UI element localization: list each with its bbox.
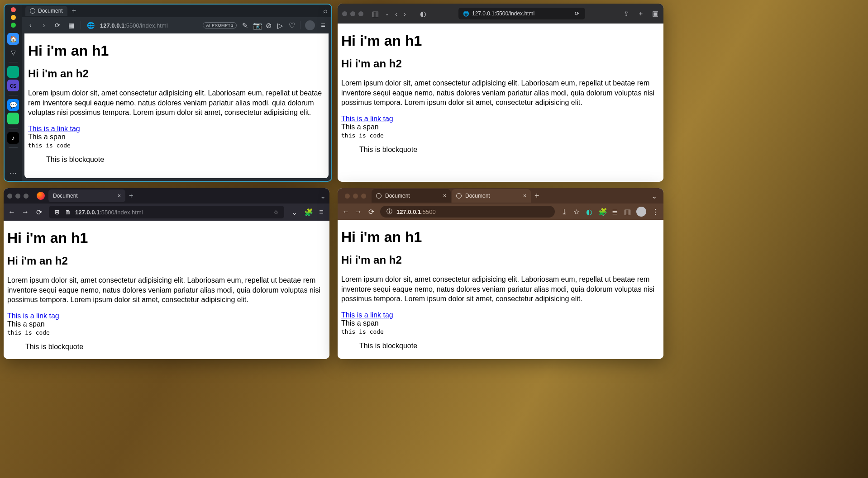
forward-button[interactable]: → [355,208,362,216]
ai-prompts-button[interactable]: AI PROMPTS [203,22,237,28]
maximize-window-icon[interactable] [24,194,29,199]
minimize-window-icon[interactable] [350,11,355,16]
profile-avatar[interactable] [305,20,315,30]
page-paragraph: Lorem ipsum dolor sit, amet consectetur … [341,78,660,108]
page-blockquote: This is blockquote [359,146,660,154]
extensions-icon[interactable]: 🧩 [304,208,311,217]
address-bar[interactable]: ⛨ 🗎 127.0.0.1:5500/index.html ☆ [49,206,284,218]
forward-button[interactable]: → [22,208,29,216]
more-icon[interactable]: ⋯ [10,169,17,177]
new-tab-button[interactable]: + [534,191,539,201]
side-panel-icon[interactable]: ▥ [624,208,631,216]
favorite-icon[interactable]: ♡ [288,21,296,30]
reader-icon[interactable]: ◐ [420,9,427,18]
maximize-window-icon[interactable] [11,23,16,28]
minimize-window-icon[interactable] [353,194,358,199]
share-icon[interactable]: ⇪ [623,9,630,18]
play-icon[interactable]: ▷ [277,21,284,30]
forward-button[interactable]: › [40,22,48,29]
screenshot-icon[interactable]: 📷 [253,21,260,30]
reload-button[interactable]: ⟳ [367,208,375,216]
reading-list-icon[interactable]: ≣ [611,208,618,216]
tab-title: Document [38,8,63,14]
close-window-icon[interactable] [7,194,12,199]
new-tab-button[interactable]: + [72,7,76,15]
pocket-icon[interactable]: ⌄ [291,208,298,217]
menu-icon[interactable]: ≡ [320,21,327,29]
chrome-browser-window: Document × Document × + ⌄ ← → ⟳ ⓘ 127.0.… [338,188,663,359]
minimize-window-icon[interactable] [11,15,16,20]
tab-title: Document [465,193,490,199]
chatgpt-app-icon[interactable] [7,66,19,78]
safari-toolbar: ▥ ⌄ ‹ › ◐ 🌐 127.0.0.1:5500/index.html ⟳ … [338,4,663,24]
back-button[interactable]: ‹ [26,22,34,29]
close-tab-icon[interactable]: × [118,193,121,199]
browser-tab[interactable]: Document [25,6,67,16]
close-window-icon[interactable] [345,194,350,199]
page-link[interactable]: This is a link tag [28,125,80,133]
page-h1: Hi i'm an h1 [28,43,325,59]
address-bar[interactable]: 🌐 127.0.0.1:5500/index.html ⟳ [458,8,585,19]
page-viewport: Hi i'm an h1 Hi i'm an h2 Lorem ipsum do… [338,220,663,359]
tab-favicon-icon [376,193,382,199]
install-icon[interactable]: ⤓ [560,208,568,216]
address-bar[interactable]: ⓘ 127.0.0.1:5500 [380,206,555,218]
divider [9,147,18,148]
home-space-icon[interactable]: 🏠 [7,33,19,45]
close-window-icon[interactable] [342,11,347,16]
search-icon[interactable]: ⌕ [323,7,328,15]
page-viewport: Hi i'm an h1 Hi i'm an h2 Lorem ipsum do… [338,24,663,182]
page-link[interactable]: This is a link tag [341,115,393,123]
site-info-icon[interactable]: 🌐 [86,22,95,29]
minimize-window-icon[interactable] [15,194,20,199]
address-bar[interactable]: 127.0.0.1:5500/index.html [100,22,197,29]
firefox-toolbar-right: ⌄ 🧩 ≡ [291,208,325,217]
browser-tab-active[interactable]: Document × [452,189,531,203]
page-paragraph: Lorem ipsum dolor sit, amet consectetur … [7,275,326,305]
pinned-icon[interactable]: ▽ [7,47,19,58]
tab-favicon-icon [456,193,462,199]
edit-icon[interactable]: ✎ [241,21,248,30]
page-h2: Hi i'm an h2 [7,255,326,267]
menu-icon[interactable]: ≡ [318,208,325,217]
split-view-icon[interactable]: ▦ [67,22,75,29]
close-tab-icon[interactable]: × [443,193,446,199]
profile-avatar[interactable] [636,207,646,217]
forward-button[interactable]: › [404,10,406,18]
tabs-dropdown-icon[interactable]: ⌄ [320,192,326,200]
bookmark-icon[interactable]: ☆ [573,208,580,216]
sidebar-toggle-icon[interactable]: ▥ [372,9,379,18]
app-icon[interactable]: cs [7,80,19,91]
tiktok-app-icon[interactable]: ♪ [7,132,19,144]
bookmark-icon[interactable]: ☆ [272,209,280,216]
window-traffic-lights [7,194,29,199]
page-h2: Hi i'm an h2 [28,67,325,80]
menu-icon[interactable]: ⋮ [652,208,659,216]
messenger-app-icon[interactable]: 💬 [7,99,19,111]
new-tab-button[interactable]: + [129,192,133,200]
whatsapp-app-icon[interactable] [7,113,19,124]
close-tab-icon[interactable]: × [523,193,526,199]
extension-icon[interactable]: ◐ [586,208,593,216]
close-window-icon[interactable] [11,7,16,12]
new-tab-button[interactable]: + [637,9,644,18]
block-icon[interactable]: ⊘ [265,21,272,30]
reload-button[interactable]: ⟳ [35,208,43,217]
chevron-down-icon[interactable]: ⌄ [383,11,391,16]
maximize-window-icon[interactable] [358,11,363,16]
back-button[interactable]: ← [8,208,15,216]
reload-button[interactable]: ⟳ [573,10,581,17]
tabs-overview-icon[interactable]: ▣ [652,9,659,18]
extensions-icon[interactable]: 🧩 [598,208,606,216]
browser-tab[interactable]: Document × [372,189,451,203]
page-link[interactable]: This is a link tag [7,312,59,320]
page-link[interactable]: This is a link tag [341,311,393,319]
back-button[interactable]: ‹ [395,10,397,18]
browser-tab[interactable]: Document × [48,189,125,202]
page-h1: Hi i'm an h1 [7,230,326,246]
page-span: This a span [28,133,66,141]
maximize-window-icon[interactable] [361,194,366,199]
tabs-dropdown-icon[interactable]: ⌄ [651,192,657,200]
back-button[interactable]: ← [342,208,349,216]
reload-button[interactable]: ⟳ [53,22,62,29]
